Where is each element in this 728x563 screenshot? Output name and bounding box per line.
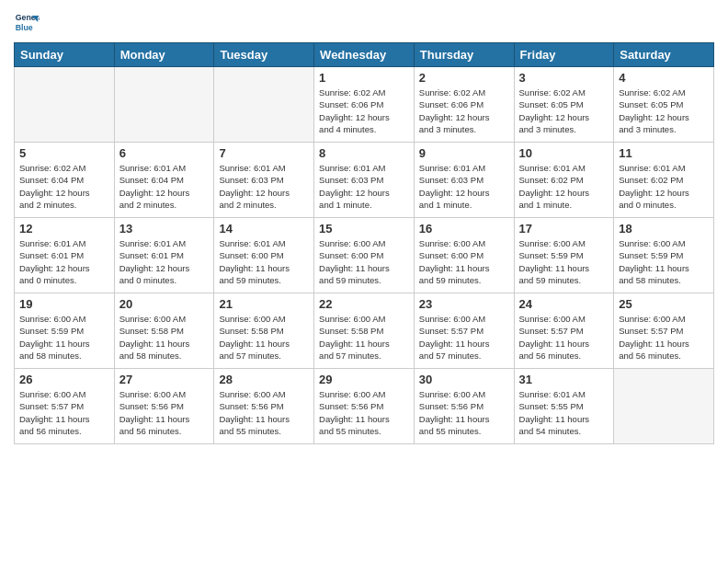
calendar-container: General Blue SundayMondayTuesdayWednesda… (0, 0, 728, 454)
day-info: Sunrise: 6:01 AM Sunset: 6:01 PM Dayligh… (119, 237, 210, 286)
day-info: Sunrise: 6:00 AM Sunset: 5:59 PM Dayligh… (519, 237, 609, 286)
day-cell (15, 67, 115, 143)
day-cell: 16Sunrise: 6:00 AM Sunset: 6:00 PM Dayli… (414, 218, 514, 293)
day-info: Sunrise: 6:01 AM Sunset: 6:02 PM Dayligh… (519, 162, 609, 211)
day-info: Sunrise: 6:01 AM Sunset: 6:01 PM Dayligh… (19, 237, 109, 286)
day-cell: 18Sunrise: 6:00 AM Sunset: 5:59 PM Dayli… (614, 218, 714, 293)
day-number: 2 (419, 71, 509, 85)
day-info: Sunrise: 6:02 AM Sunset: 6:05 PM Dayligh… (519, 86, 609, 135)
day-cell: 20Sunrise: 6:00 AM Sunset: 5:58 PM Dayli… (114, 293, 214, 369)
day-number: 18 (619, 222, 709, 236)
day-info: Sunrise: 6:01 AM Sunset: 6:03 PM Dayligh… (319, 162, 409, 211)
day-number: 24 (519, 297, 609, 311)
day-info: Sunrise: 6:01 AM Sunset: 6:00 PM Dayligh… (219, 237, 309, 286)
calendar-body: 1Sunrise: 6:02 AM Sunset: 6:06 PM Daylig… (15, 67, 714, 444)
day-info: Sunrise: 6:00 AM Sunset: 5:56 PM Dayligh… (219, 388, 309, 437)
day-cell: 7Sunrise: 6:01 AM Sunset: 6:03 PM Daylig… (214, 143, 314, 218)
day-cell: 2Sunrise: 6:02 AM Sunset: 6:06 PM Daylig… (414, 67, 514, 143)
day-info: Sunrise: 6:00 AM Sunset: 5:57 PM Dayligh… (619, 313, 709, 362)
day-number: 7 (219, 146, 309, 160)
calendar-table: SundayMondayTuesdayWednesdayThursdayFrid… (14, 42, 714, 444)
day-number: 25 (619, 297, 709, 311)
day-cell: 22Sunrise: 6:00 AM Sunset: 5:58 PM Dayli… (314, 293, 415, 369)
day-info: Sunrise: 6:01 AM Sunset: 6:04 PM Dayligh… (119, 162, 210, 211)
day-number: 5 (19, 146, 109, 160)
day-number: 3 (519, 71, 609, 85)
day-number: 26 (19, 373, 109, 386)
week-row-4: 26Sunrise: 6:00 AM Sunset: 5:57 PM Dayli… (15, 369, 714, 444)
logo: General Blue (14, 9, 43, 35)
week-row-1: 5Sunrise: 6:02 AM Sunset: 6:04 PM Daylig… (15, 143, 714, 218)
day-number: 21 (219, 297, 309, 311)
day-info: Sunrise: 6:00 AM Sunset: 5:57 PM Dayligh… (419, 313, 509, 362)
weekday-friday: Friday (514, 43, 614, 67)
day-cell: 1Sunrise: 6:02 AM Sunset: 6:06 PM Daylig… (314, 67, 415, 143)
weekday-wednesday: Wednesday (314, 43, 415, 67)
week-row-3: 19Sunrise: 6:00 AM Sunset: 5:59 PM Dayli… (15, 293, 714, 369)
day-info: Sunrise: 6:00 AM Sunset: 5:57 PM Dayligh… (519, 313, 609, 362)
day-info: Sunrise: 6:02 AM Sunset: 6:06 PM Dayligh… (319, 86, 409, 135)
day-info: Sunrise: 6:00 AM Sunset: 6:00 PM Dayligh… (419, 237, 509, 286)
day-cell: 4Sunrise: 6:02 AM Sunset: 6:05 PM Daylig… (614, 67, 714, 143)
day-info: Sunrise: 6:00 AM Sunset: 6:00 PM Dayligh… (319, 237, 409, 286)
day-info: Sunrise: 6:01 AM Sunset: 6:03 PM Dayligh… (419, 162, 509, 211)
day-number: 23 (419, 297, 509, 311)
day-number: 15 (319, 222, 409, 236)
day-number: 27 (119, 373, 210, 386)
day-cell: 12Sunrise: 6:01 AM Sunset: 6:01 PM Dayli… (15, 218, 115, 293)
week-row-0: 1Sunrise: 6:02 AM Sunset: 6:06 PM Daylig… (15, 67, 714, 143)
day-cell: 23Sunrise: 6:00 AM Sunset: 5:57 PM Dayli… (414, 293, 514, 369)
day-number: 28 (219, 373, 309, 386)
day-number: 19 (19, 297, 109, 311)
day-cell: 24Sunrise: 6:00 AM Sunset: 5:57 PM Dayli… (514, 293, 614, 369)
day-number: 29 (319, 373, 409, 386)
day-cell: 26Sunrise: 6:00 AM Sunset: 5:57 PM Dayli… (15, 369, 115, 444)
day-number: 20 (119, 297, 210, 311)
day-cell: 17Sunrise: 6:00 AM Sunset: 5:59 PM Dayli… (514, 218, 614, 293)
week-row-2: 12Sunrise: 6:01 AM Sunset: 6:01 PM Dayli… (15, 218, 714, 293)
day-number: 1 (319, 71, 409, 85)
day-info: Sunrise: 6:01 AM Sunset: 5:55 PM Dayligh… (519, 388, 609, 437)
day-number: 13 (119, 222, 210, 236)
day-info: Sunrise: 6:01 AM Sunset: 6:03 PM Dayligh… (219, 162, 309, 211)
day-cell (614, 369, 714, 444)
day-info: Sunrise: 6:00 AM Sunset: 5:59 PM Dayligh… (619, 237, 709, 286)
logo-icon: General Blue (14, 9, 40, 35)
day-number: 9 (419, 146, 509, 160)
weekday-saturday: Saturday (614, 43, 714, 67)
day-info: Sunrise: 6:02 AM Sunset: 6:05 PM Dayligh… (619, 86, 709, 135)
day-cell: 8Sunrise: 6:01 AM Sunset: 6:03 PM Daylig… (314, 143, 415, 218)
weekday-tuesday: Tuesday (214, 43, 314, 67)
day-number: 4 (619, 71, 709, 85)
day-cell: 21Sunrise: 6:00 AM Sunset: 5:58 PM Dayli… (214, 293, 314, 369)
day-number: 16 (419, 222, 509, 236)
day-info: Sunrise: 6:00 AM Sunset: 5:56 PM Dayligh… (419, 388, 509, 437)
day-info: Sunrise: 6:00 AM Sunset: 5:58 PM Dayligh… (119, 313, 210, 362)
day-number: 30 (419, 373, 509, 386)
day-info: Sunrise: 6:00 AM Sunset: 5:56 PM Dayligh… (319, 388, 409, 437)
day-info: Sunrise: 6:02 AM Sunset: 6:06 PM Dayligh… (419, 86, 509, 135)
day-cell: 25Sunrise: 6:00 AM Sunset: 5:57 PM Dayli… (614, 293, 714, 369)
day-number: 10 (519, 146, 609, 160)
day-cell: 6Sunrise: 6:01 AM Sunset: 6:04 PM Daylig… (114, 143, 214, 218)
day-info: Sunrise: 6:00 AM Sunset: 5:58 PM Dayligh… (219, 313, 309, 362)
day-cell: 13Sunrise: 6:01 AM Sunset: 6:01 PM Dayli… (114, 218, 214, 293)
day-number: 11 (619, 146, 709, 160)
day-cell: 5Sunrise: 6:02 AM Sunset: 6:04 PM Daylig… (15, 143, 115, 218)
day-info: Sunrise: 6:01 AM Sunset: 6:02 PM Dayligh… (619, 162, 709, 211)
day-cell: 29Sunrise: 6:00 AM Sunset: 5:56 PM Dayli… (314, 369, 415, 444)
day-number: 8 (319, 146, 409, 160)
svg-text:Blue: Blue (16, 23, 33, 32)
day-cell: 3Sunrise: 6:02 AM Sunset: 6:05 PM Daylig… (514, 67, 614, 143)
day-number: 17 (519, 222, 609, 236)
day-cell (114, 67, 214, 143)
day-cell: 9Sunrise: 6:01 AM Sunset: 6:03 PM Daylig… (414, 143, 514, 218)
day-info: Sunrise: 6:02 AM Sunset: 6:04 PM Dayligh… (19, 162, 109, 211)
weekday-header-row: SundayMondayTuesdayWednesdayThursdayFrid… (15, 43, 714, 67)
day-cell: 10Sunrise: 6:01 AM Sunset: 6:02 PM Dayli… (514, 143, 614, 218)
weekday-sunday: Sunday (15, 43, 115, 67)
weekday-monday: Monday (114, 43, 214, 67)
day-number: 14 (219, 222, 309, 236)
day-cell: 14Sunrise: 6:01 AM Sunset: 6:00 PM Dayli… (214, 218, 314, 293)
day-info: Sunrise: 6:00 AM Sunset: 5:59 PM Dayligh… (19, 313, 109, 362)
